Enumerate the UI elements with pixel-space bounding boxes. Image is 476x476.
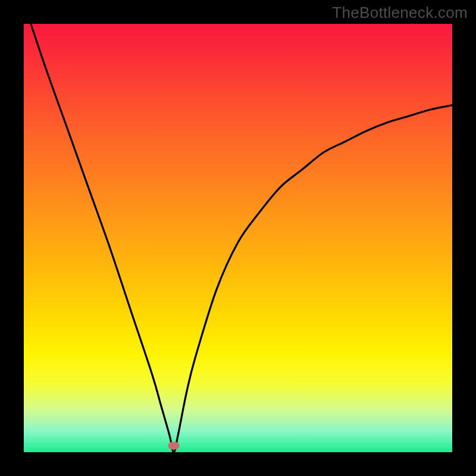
minimum-marker [168, 442, 180, 450]
watermark-text: TheBottleneck.com [332, 4, 468, 22]
chart-frame: TheBottleneck.com [0, 0, 476, 476]
plot-area [24, 24, 452, 452]
bottleneck-curve [24, 24, 452, 452]
